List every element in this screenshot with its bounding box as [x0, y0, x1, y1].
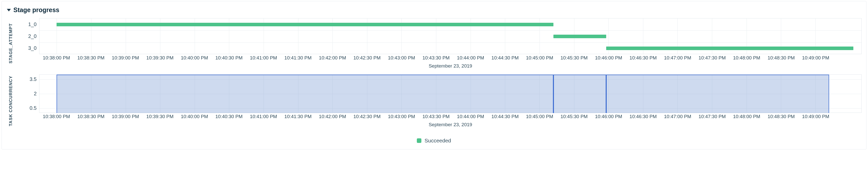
stage-progress-panel: Stage progress STAGE_ATTEMPT 1_02_03_0 1… — [1, 1, 867, 149]
task-concurrency-ylabel: TASK CONCURRENCY — [6, 74, 16, 127]
xtick-label: 10:44:30 PM — [492, 55, 519, 61]
xtick-label: 10:45:00 PM — [526, 55, 553, 61]
xtick-label: 10:47:30 PM — [699, 55, 726, 61]
ytick-label: 2 — [34, 91, 37, 96]
xtick-label: 10:42:30 PM — [353, 114, 381, 119]
task-concurrency-xaxis: 10:38:00 PM10:38:30 PM10:39:00 PM10:39:3… — [39, 114, 862, 121]
xtick-label: 10:45:30 PM — [560, 114, 588, 119]
concurrency-segment[interactable] — [606, 75, 829, 113]
stage-bar[interactable] — [57, 23, 553, 26]
xtick-label: 10:43:00 PM — [388, 114, 415, 119]
ytick-label: 0.5 — [30, 105, 37, 111]
xtick-label: 10:43:30 PM — [423, 114, 450, 119]
ytick-label: 3.5 — [30, 76, 37, 82]
xtick-label: 10:46:30 PM — [629, 55, 657, 61]
legend-swatch — [417, 138, 422, 143]
chart-legend: Succeeded — [6, 138, 862, 144]
xtick-label: 10:46:30 PM — [629, 114, 657, 119]
xtick-label: 10:46:00 PM — [595, 55, 622, 61]
stage-attempt-chart: STAGE_ATTEMPT 1_02_03_0 10:38:00 PM10:38… — [6, 18, 862, 69]
xtick-label: 10:41:00 PM — [250, 114, 277, 119]
task-concurrency-xtitle: September 23, 2019 — [39, 122, 862, 127]
xtick-label: 10:44:00 PM — [457, 55, 484, 61]
xtick-label: 10:48:30 PM — [768, 114, 795, 119]
xtick-label: 10:47:00 PM — [664, 114, 691, 119]
charts-container: STAGE_ATTEMPT 1_02_03_0 10:38:00 PM10:38… — [6, 18, 862, 144]
xtick-label: 10:45:30 PM — [560, 55, 588, 61]
xtick-label: 10:43:00 PM — [388, 55, 415, 61]
xtick-label: 10:41:30 PM — [284, 55, 312, 61]
xtick-label: 10:48:00 PM — [733, 114, 760, 119]
xtick-label: 10:47:00 PM — [664, 55, 691, 61]
xtick-label: 10:43:30 PM — [423, 55, 450, 61]
ytick-label: 3_0 — [28, 45, 37, 51]
stage-bar[interactable] — [606, 47, 854, 50]
stage-attempt-plot[interactable] — [39, 18, 862, 54]
xtick-label: 10:44:00 PM — [457, 114, 484, 119]
xtick-label: 10:44:30 PM — [492, 114, 519, 119]
ytick-label: 1_0 — [28, 21, 37, 27]
xtick-label: 10:38:30 PM — [77, 114, 104, 119]
xtick-label: 10:45:00 PM — [526, 114, 553, 119]
gridline-h — [39, 42, 862, 43]
xtick-label: 10:40:30 PM — [215, 55, 243, 61]
xtick-label: 10:40:00 PM — [181, 114, 208, 119]
stage-attempt-xaxis: 10:38:00 PM10:38:30 PM10:39:00 PM10:39:3… — [39, 55, 862, 62]
concurrency-segment[interactable] — [57, 75, 553, 113]
xtick-label: 10:48:30 PM — [768, 55, 795, 61]
task-concurrency-yaxis: 0.523.5 — [16, 74, 39, 127]
xtick-label: 10:39:00 PM — [112, 55, 139, 61]
xtick-label: 10:39:30 PM — [147, 55, 174, 61]
legend-label: Succeeded — [425, 138, 451, 144]
task-concurrency-chart: TASK CONCURRENCY 0.523.5 10:38:00 PM10:3… — [6, 74, 862, 127]
xtick-label: 10:48:00 PM — [733, 55, 760, 61]
concurrency-segment[interactable] — [553, 75, 606, 113]
panel-title: Stage progress — [13, 6, 59, 13]
stage-bar[interactable] — [553, 35, 606, 38]
xtick-label: 10:49:00 PM — [802, 114, 829, 119]
xtick-label: 10:39:30 PM — [147, 114, 174, 119]
xtick-label: 10:38:00 PM — [43, 55, 70, 61]
xtick-label: 10:42:30 PM — [353, 55, 381, 61]
xtick-label: 10:38:30 PM — [77, 55, 104, 61]
stage-attempt-ylabel: STAGE_ATTEMPT — [6, 18, 16, 69]
xtick-label: 10:41:00 PM — [250, 55, 277, 61]
xtick-label: 10:42:00 PM — [319, 55, 346, 61]
caret-down-icon — [7, 9, 11, 11]
xtick-label: 10:41:30 PM — [284, 114, 312, 119]
xtick-label: 10:46:00 PM — [595, 114, 622, 119]
xtick-label: 10:49:00 PM — [802, 55, 829, 61]
stage-attempt-yaxis: 1_02_03_0 — [16, 18, 39, 69]
xtick-label: 10:42:00 PM — [319, 114, 346, 119]
gridline-h — [39, 30, 862, 31]
xtick-label: 10:47:30 PM — [699, 114, 726, 119]
xtick-label: 10:40:00 PM — [181, 55, 208, 61]
xtick-label: 10:40:30 PM — [215, 114, 243, 119]
ytick-label: 2_0 — [28, 33, 37, 39]
xtick-label: 10:38:00 PM — [43, 114, 70, 119]
stage-attempt-xtitle: September 23, 2019 — [39, 63, 862, 69]
panel-header[interactable]: Stage progress — [6, 5, 862, 18]
xtick-label: 10:39:00 PM — [112, 114, 139, 119]
task-concurrency-plot[interactable] — [39, 74, 862, 113]
